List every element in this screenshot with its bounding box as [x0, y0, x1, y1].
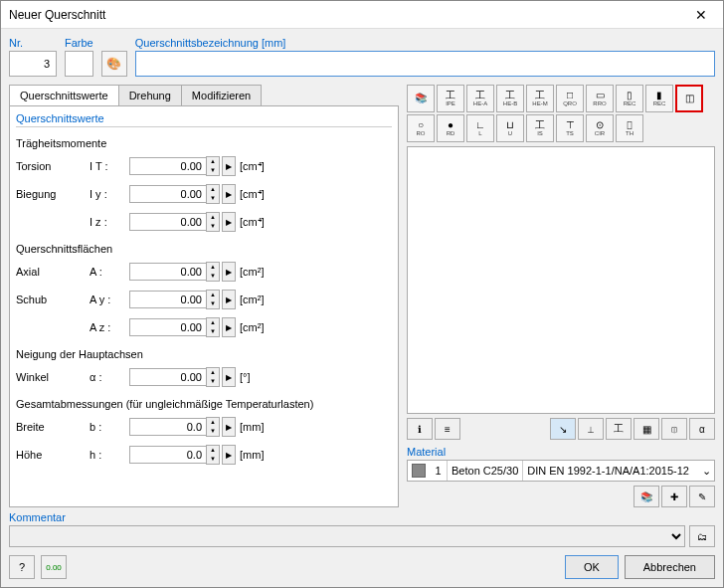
- profile-label: TH: [626, 130, 634, 136]
- pick-button[interactable]: ▶: [222, 156, 236, 176]
- color-picker-button[interactable]: 🎨: [101, 51, 127, 77]
- profile-button-he-b[interactable]: 工HE-B: [496, 85, 524, 112]
- profile-icon: ◫: [685, 94, 694, 103]
- spinner[interactable]: ▲▼: [206, 212, 220, 232]
- comment-save-button[interactable]: 🗂: [689, 525, 715, 547]
- az-input[interactable]: [129, 318, 207, 336]
- profile-button-ipe[interactable]: 工IPE: [437, 85, 464, 112]
- spinner[interactable]: ▲▼: [206, 317, 220, 337]
- dimensions-button[interactable]: ⟂: [578, 418, 604, 440]
- biegung-label: Biegung: [16, 188, 90, 200]
- profile-button-th[interactable]: ⌷TH: [616, 114, 643, 142]
- alpha-input[interactable]: [129, 368, 207, 386]
- iy-input[interactable]: [129, 185, 207, 203]
- profile-button-lib[interactable]: ◫: [675, 85, 703, 112]
- profile-label: IS: [537, 130, 543, 136]
- pick-button[interactable]: ▶: [222, 445, 236, 465]
- profile-button-he-m[interactable]: 工HE-M: [526, 85, 554, 112]
- axes-button[interactable]: ↘: [550, 418, 576, 440]
- tab-querschnittswerte[interactable]: Querschnittswerte: [9, 85, 119, 105]
- axial-label: Axial: [16, 266, 90, 278]
- pick-button[interactable]: ▶: [222, 184, 236, 204]
- torsion-input[interactable]: [129, 157, 207, 175]
- material-name: Beton C25/30: [448, 461, 523, 481]
- group-header: Querschnittswerte: [16, 112, 392, 127]
- profile-button-rec[interactable]: ▮REC: [645, 85, 673, 112]
- material-combo[interactable]: 1 Beton C25/30 DIN EN 1992-1-1/NA/A1:201…: [407, 460, 715, 482]
- spinner[interactable]: ▲▼: [206, 417, 220, 437]
- chevron-down-icon[interactable]: ⌄: [698, 465, 714, 478]
- profile-toolbar-row1: 📚工IPE工HE-A工HE-B工HE-M□QRO▭RRO▯REC▮REC◫: [407, 85, 715, 112]
- profile-button-lib[interactable]: 📚: [407, 85, 435, 112]
- alpha-button[interactable]: α: [689, 418, 715, 440]
- b-input[interactable]: [129, 418, 207, 436]
- pick-button[interactable]: ▶: [222, 367, 236, 387]
- window-title: Neuer Querschnitt: [9, 8, 687, 22]
- iz-input[interactable]: [129, 213, 207, 231]
- h-input[interactable]: [129, 446, 207, 464]
- b-symbol: b :: [90, 421, 129, 433]
- designation-group: Querschnittsbezeichnung [mm]: [135, 37, 715, 77]
- cancel-button[interactable]: Abbrechen: [625, 555, 715, 579]
- profile-button-rro[interactable]: ▭RRO: [586, 85, 614, 112]
- profile-button-rec[interactable]: ▯REC: [616, 85, 643, 112]
- a-input[interactable]: [129, 263, 207, 281]
- color-swatch[interactable]: [65, 51, 93, 77]
- section-view-button[interactable]: 工: [606, 418, 632, 440]
- profile-label: HE-M: [532, 100, 547, 106]
- profile-button-l[interactable]: ∟L: [466, 114, 494, 142]
- profile-icon: ⊤: [566, 120, 575, 130]
- profile-icon: 工: [535, 91, 545, 100]
- units-button[interactable]: 0.00: [41, 555, 67, 579]
- close-button[interactable]: ✕: [687, 5, 715, 25]
- material-library-button[interactable]: 📚: [634, 486, 659, 507]
- profile-label: IPE: [446, 100, 455, 106]
- profile-button-he-a[interactable]: 工HE-A: [466, 85, 494, 112]
- help-button[interactable]: ?: [9, 555, 35, 579]
- designation-input[interactable]: [136, 53, 714, 75]
- details-button[interactable]: ≡: [435, 418, 460, 440]
- ok-button[interactable]: OK: [565, 555, 619, 579]
- material-new-button[interactable]: ✚: [661, 486, 687, 507]
- material-label: Material: [407, 446, 446, 458]
- profile-icon: ▯: [627, 91, 633, 100]
- profile-button-u[interactable]: ⊔U: [496, 114, 524, 142]
- pick-button[interactable]: ▶: [222, 262, 236, 282]
- subhead-qfl: Querschnittsflächen: [16, 243, 392, 255]
- pick-button[interactable]: ▶: [222, 212, 236, 232]
- comment-combo[interactable]: [9, 525, 685, 547]
- color-label: Farbe: [65, 37, 93, 49]
- spinner[interactable]: ▲▼: [206, 290, 220, 309]
- profile-label: HE-A: [473, 100, 487, 106]
- schub-label: Schub: [16, 294, 90, 305]
- profile-button-ts[interactable]: ⊤TS: [556, 114, 584, 142]
- number-input[interactable]: [10, 58, 56, 70]
- spinner[interactable]: ▲▼: [206, 445, 220, 465]
- material-edit-button[interactable]: ✎: [689, 486, 715, 507]
- iy-symbol: I y :: [90, 188, 129, 200]
- profile-button-ro[interactable]: ○RO: [407, 114, 435, 142]
- pick-button[interactable]: ▶: [222, 317, 236, 337]
- values-button[interactable]: ⎅: [661, 418, 687, 440]
- hoehe-label: Höhe: [16, 449, 90, 461]
- spinner[interactable]: ▲▼: [206, 184, 220, 204]
- stress-button[interactable]: ▦: [634, 418, 659, 440]
- profile-button-qro[interactable]: □QRO: [556, 85, 584, 112]
- ay-input[interactable]: [129, 291, 207, 308]
- tab-modifizieren[interactable]: Modifizieren: [181, 85, 262, 105]
- profile-icon: ○: [418, 120, 424, 130]
- material-number: 1: [430, 461, 448, 481]
- ay-symbol: A y :: [90, 294, 129, 305]
- profile-button-rd[interactable]: ●RD: [437, 114, 464, 142]
- profile-label: CIR: [595, 130, 605, 136]
- profile-button-is[interactable]: 工IS: [526, 114, 554, 142]
- profile-button-cir[interactable]: ⊙CIR: [586, 114, 614, 142]
- spinner[interactable]: ▲▼: [206, 367, 220, 387]
- spinner[interactable]: ▲▼: [206, 262, 220, 282]
- material-norm: DIN EN 1992-1-1/NA/A1:2015-12: [523, 461, 698, 481]
- tab-drehung[interactable]: Drehung: [118, 85, 182, 105]
- info-button[interactable]: ℹ: [407, 418, 433, 440]
- pick-button[interactable]: ▶: [222, 417, 236, 437]
- pick-button[interactable]: ▶: [222, 290, 236, 309]
- spinner[interactable]: ▲▼: [206, 156, 220, 176]
